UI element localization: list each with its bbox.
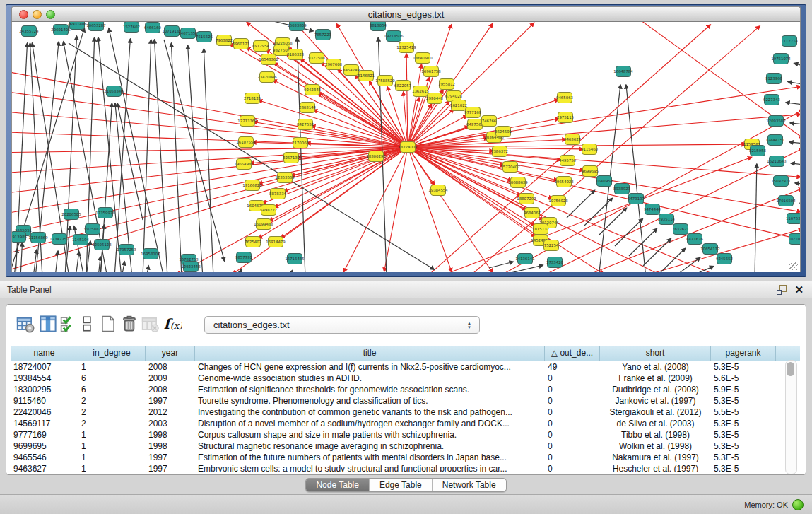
network-node[interactable]: 5498222 xyxy=(260,205,277,216)
network-node[interactable]: 12325419 xyxy=(396,42,416,53)
network-node[interactable]: 2990448 xyxy=(426,93,444,104)
network-node[interactable]: 7515526 xyxy=(196,32,213,42)
network-node[interactable]: 1112714 xyxy=(781,36,799,47)
table-scrollbar[interactable] xyxy=(785,360,797,474)
network-node[interactable]: 8878334 xyxy=(269,189,287,199)
network-node[interactable]: 10756928 xyxy=(548,196,568,206)
network-node[interactable]: 10654112 xyxy=(700,244,719,255)
network-node[interactable]: 21053346 xyxy=(104,86,124,97)
network-node[interactable]: 16107554 xyxy=(236,137,256,148)
table-row[interactable]: 2242004622012Investigating the contribut… xyxy=(11,407,800,418)
network-node[interactable]: 2170066 xyxy=(292,138,310,148)
network-node[interactable]: 9115460 xyxy=(581,144,599,155)
network-node[interactable]: 20206505 xyxy=(61,209,81,220)
network-node[interactable]: 6466160 xyxy=(144,23,162,33)
rows-icon[interactable] xyxy=(78,315,96,333)
table-scrollbar-thumb[interactable] xyxy=(787,362,794,376)
table-row[interactable]: 911546021997Tourette syndrome. Phenomeno… xyxy=(11,395,800,407)
network-node[interactable]: 26931406 xyxy=(67,22,87,30)
table-row[interactable]: 969969511998Structural magnetic resonanc… xyxy=(11,440,800,452)
network-node[interactable]: 9242848 xyxy=(304,85,322,95)
network-node[interactable]: 2803144 xyxy=(299,103,317,113)
column-header-pagerank[interactable]: pagerank xyxy=(711,346,776,361)
network-node[interactable]: 8267130 xyxy=(283,153,300,163)
network-node[interactable]: 7625402 xyxy=(245,237,261,247)
network-node[interactable]: 9474444 xyxy=(644,204,661,215)
network-node[interactable]: 746266 xyxy=(482,116,497,127)
network-node[interactable]: 15692971 xyxy=(771,176,790,187)
network-node[interactable]: 16648784 xyxy=(613,66,633,77)
network-node[interactable]: 7857223 xyxy=(314,30,331,40)
network-node[interactable]: 18300295 xyxy=(366,151,385,162)
function-icon[interactable]: f(x) xyxy=(163,315,182,333)
canvas-resize-grip[interactable] xyxy=(789,262,798,270)
network-node[interactable]: 19751074 xyxy=(771,54,791,64)
delete-icon[interactable] xyxy=(120,315,139,333)
network-node[interactable]: 19218506 xyxy=(384,31,404,42)
network-node[interactable]: 1733426 xyxy=(546,257,564,268)
network-node[interactable]: 11156869 xyxy=(28,233,48,243)
network-node[interactable]: 16210643 xyxy=(767,156,786,167)
network-node[interactable]: 2935114 xyxy=(658,214,676,225)
network-node[interactable]: 8186328 xyxy=(287,49,305,60)
network-node[interactable]: 9227343 xyxy=(763,95,780,105)
network-node[interactable]: 3913985 xyxy=(12,232,27,243)
column-header-title[interactable]: title xyxy=(195,346,545,361)
network-node[interactable]: 9465063 xyxy=(556,93,573,103)
network-node[interactable]: 4495750 xyxy=(559,156,577,166)
network-node[interactable]: 15720407 xyxy=(500,162,519,173)
table-row[interactable]: 1872400712008Changes of HCN gene express… xyxy=(11,361,800,373)
network-node[interactable]: 1815132 xyxy=(532,224,549,235)
network-node[interactable]: 752254 xyxy=(544,240,559,251)
network-node[interactable]: 18724007 xyxy=(398,142,417,153)
network-node[interactable]: 8427552 xyxy=(297,119,314,130)
network-node[interactable]: 7955812 xyxy=(438,79,455,90)
network-node[interactable]: 16914479 xyxy=(266,237,286,247)
network-node[interactable]: 6479197 xyxy=(628,194,645,204)
network-node[interactable]: 9857791 xyxy=(235,252,252,263)
network-node[interactable]: 9123966 xyxy=(765,74,783,84)
network-node[interactable]: 15716485 xyxy=(285,254,304,264)
table-row[interactable]: 1830029562008Estimation of significance … xyxy=(11,384,800,395)
network-node[interactable]: 2975115 xyxy=(557,112,574,123)
network-node[interactable]: 1621022 xyxy=(450,100,467,111)
network-node[interactable]: 16958107 xyxy=(141,249,160,259)
network-node[interactable]: 12353569 xyxy=(275,173,295,183)
network-node[interactable]: 7963822 xyxy=(216,35,233,46)
network-node[interactable]: 17359928 xyxy=(95,208,115,218)
network-node[interactable]: 9777169 xyxy=(464,107,482,118)
table-column-icon[interactable] xyxy=(39,315,57,333)
network-node[interactable]: 16961758 xyxy=(421,66,441,77)
column-header-name[interactable]: name xyxy=(11,346,78,361)
network-node[interactable]: 14136141 xyxy=(515,254,534,264)
network-node[interactable]: 7386372 xyxy=(491,146,508,157)
tab-node-table[interactable]: Node Table xyxy=(306,479,370,491)
float-panel-icon[interactable] xyxy=(777,285,787,295)
network-node[interactable]: 8912954 xyxy=(252,41,270,52)
network-node[interactable]: 10688639 xyxy=(508,177,528,188)
network-node[interactable]: 9327508 xyxy=(308,53,326,64)
network-node[interactable]: 1167531 xyxy=(786,214,801,224)
network-node[interactable]: 9245652 xyxy=(716,254,733,264)
network-canvas[interactable]: 2435572420691406269314061065328715276026… xyxy=(11,22,801,272)
table-settings-icon[interactable] xyxy=(16,315,35,333)
network-node[interactable]: 19384554 xyxy=(428,185,448,196)
network-node[interactable]: 8813054 xyxy=(370,22,387,31)
network-node[interactable]: 9684067 xyxy=(524,208,541,218)
network-node[interactable]: 2967608 xyxy=(325,59,343,70)
network-node[interactable]: 12342757 xyxy=(49,234,69,245)
network-node[interactable]: 17957253 xyxy=(117,245,136,255)
memory-status-icon[interactable] xyxy=(792,499,804,510)
tab-edge-table[interactable]: Edge Table xyxy=(370,479,433,491)
table-row[interactable]: 946362711997Embryonic stem cells: a mode… xyxy=(11,463,800,472)
network-node[interactable]: 19654985 xyxy=(234,159,253,170)
network-node[interactable]: 24355724 xyxy=(19,26,39,37)
table-row[interactable]: 1938455462009Genome-wide association stu… xyxy=(11,373,800,384)
network-node[interactable]: 2718126 xyxy=(244,93,261,104)
network-node[interactable]: 5960123 xyxy=(233,39,249,49)
network-node[interactable]: 12444151 xyxy=(765,135,784,146)
network-node[interactable]: 9699695 xyxy=(582,166,599,177)
network-node[interactable]: 7632621 xyxy=(672,224,689,235)
table-row[interactable]: 946554611997Estimation of the future num… xyxy=(11,452,800,463)
column-header-short[interactable]: short xyxy=(600,346,711,361)
